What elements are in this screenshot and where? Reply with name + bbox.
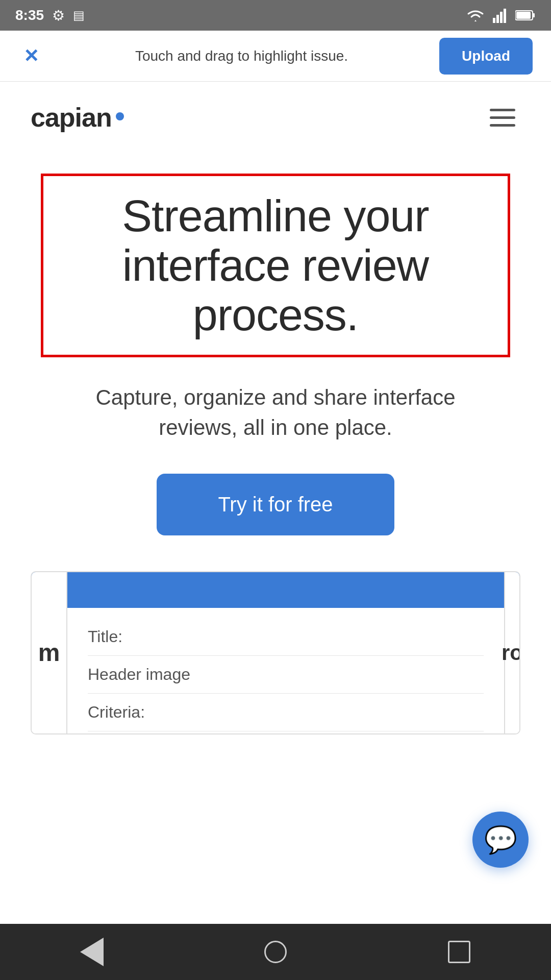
preview-cut-right: ro xyxy=(504,572,519,733)
preview-label-header-image: Header image xyxy=(88,665,210,684)
svg-rect-3 xyxy=(504,9,506,23)
svg-rect-0 xyxy=(493,18,495,23)
status-time: 8:35 xyxy=(15,7,44,23)
home-icon xyxy=(264,941,287,963)
hero-subtext: Capture, organize and share interface re… xyxy=(61,383,490,443)
preview-label-criteria: Criteria: xyxy=(88,703,210,722)
preview-top-bar xyxy=(32,572,519,608)
wifi-icon xyxy=(465,8,486,23)
sim-icon: ▤ xyxy=(73,8,85,22)
top-bar: ✕ Touch and drag to highlight issue. Upl… xyxy=(0,31,551,82)
hamburger-button[interactable] xyxy=(485,104,520,132)
logo-dot xyxy=(116,112,124,120)
svg-rect-6 xyxy=(516,12,531,19)
recent-icon xyxy=(448,941,470,963)
preview-label-title: Title: xyxy=(88,627,210,646)
preview-row-criteria: Criteria: xyxy=(88,694,484,731)
preview-row-title: Title: xyxy=(88,618,484,656)
hamburger-line-3 xyxy=(490,124,515,127)
cta-button[interactable]: Try it for free xyxy=(157,474,394,535)
hamburger-line-2 xyxy=(490,116,515,119)
main-content: Streamline your interface review process… xyxy=(0,153,551,734)
logo-text: capian xyxy=(31,102,112,133)
recent-button[interactable] xyxy=(439,932,480,972)
signal-icon xyxy=(493,8,508,23)
home-button[interactable] xyxy=(255,932,296,972)
status-right xyxy=(465,8,536,23)
preview-area: m Title: Header image Criteria: ro xyxy=(31,571,520,734)
preview-row-header-image: Header image xyxy=(88,656,484,694)
status-bar: 8:35 ⚙ ▤ xyxy=(0,0,551,31)
status-left: 8:35 ⚙ ▤ xyxy=(15,7,85,24)
logo[interactable]: capian xyxy=(31,102,124,133)
nav: capian xyxy=(0,82,551,153)
close-button[interactable]: ✕ xyxy=(18,43,44,69)
hero-heading: Streamline your interface review process… xyxy=(64,191,487,339)
gear-icon: ⚙ xyxy=(52,7,65,24)
hamburger-line-1 xyxy=(490,109,515,111)
svg-rect-2 xyxy=(500,12,503,23)
upload-button[interactable]: Upload xyxy=(439,38,533,75)
svg-rect-5 xyxy=(533,13,535,17)
chat-fab-button[interactable]: 💬 xyxy=(472,812,529,868)
battery-icon xyxy=(515,9,536,21)
hero-heading-container: Streamline your interface review process… xyxy=(41,174,510,357)
back-icon xyxy=(80,938,104,966)
bottom-nav xyxy=(0,924,551,980)
top-bar-hint: Touch and drag to highlight issue. xyxy=(44,48,439,64)
chat-icon: 💬 xyxy=(484,824,517,855)
back-button[interactable] xyxy=(71,932,112,972)
preview-cut-left: m xyxy=(32,572,67,733)
svg-rect-1 xyxy=(496,15,499,23)
